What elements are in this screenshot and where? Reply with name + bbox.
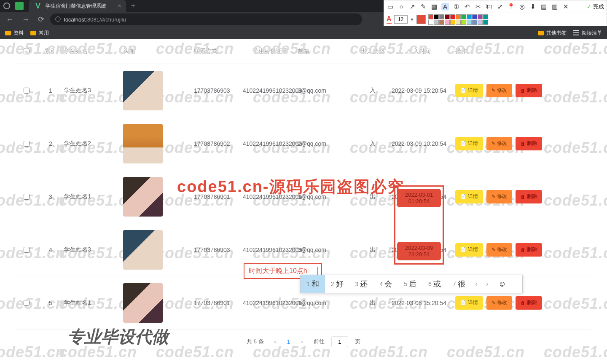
color-swatch[interactable] [445,14,450,19]
ime-candidate[interactable]: 4会 [373,275,398,293]
delete-button[interactable]: 🗑删除 [516,296,542,310]
goto-input[interactable] [331,336,348,347]
doc-icon: 📄 [460,247,466,252]
annotation-highlight-2: 2022-03-09 23:20:54 [397,242,441,260]
select-all-checkbox[interactable] [24,48,30,54]
share-icon[interactable]: ▥ [551,3,559,11]
row-checkbox[interactable] [24,194,30,200]
table-header: 索引 学生姓名 头像 联系方式 学生身份证号 邮箱 出入类型 出入时间 操作 [16,39,591,64]
bookmark-other[interactable]: 其他书签 [538,29,567,37]
color-swatch[interactable] [483,14,488,19]
generic-tab-icon[interactable] [3,3,10,9]
color-swatch[interactable] [434,14,439,19]
bookmark-2[interactable]: 常用 [30,29,49,37]
color-swatch[interactable] [467,14,472,19]
reading-list[interactable]: 阅读清单 [573,29,602,37]
edit-button[interactable]: ✎修改 [486,137,512,150]
rect-tool-icon[interactable]: ▭ [387,3,394,11]
number-tool-icon[interactable]: ① [452,3,460,11]
row-checkbox[interactable] [24,141,30,147]
text-tool-icon[interactable]: A [441,3,449,11]
expand-tool-icon[interactable]: ⤢ [496,3,504,11]
edit-button[interactable]: ✎修改 [486,190,512,203]
edit-button[interactable]: ✎修改 [486,84,512,97]
ime-prev-icon[interactable]: ‹ [471,280,482,288]
dropdown-icon[interactable]: ▼ [410,17,414,22]
ime-candidate[interactable]: 6或 [422,275,447,293]
color-swatch[interactable] [467,20,472,25]
active-tab[interactable]: V 学生宿舍门禁信息管理系统 × [29,0,126,12]
target-tool-icon[interactable]: ◎ [518,3,526,11]
font-indicator[interactable]: A [387,15,392,24]
detail-button[interactable]: 📄详情 [455,190,483,203]
color-swatch[interactable] [478,14,483,19]
color-swatch[interactable] [439,20,444,25]
header-idcard: 学生身份证号 [243,48,298,55]
circle-tool-icon[interactable]: ○ [398,3,405,11]
ime-candidate[interactable]: 2好 [325,275,349,293]
color-swatch[interactable] [450,14,455,19]
copy-tool-icon[interactable]: ⿻ [485,3,493,11]
prev-page-button[interactable]: < [271,337,281,347]
detail-button[interactable]: 📄详情 [455,137,483,150]
back-button[interactable]: ← [3,13,16,26]
color-swatch[interactable] [456,20,461,25]
color-swatch[interactable] [461,14,466,19]
edit-button[interactable]: ✎修改 [486,243,512,257]
ime-candidate[interactable]: 1和 [301,275,325,293]
cell-index: 3 [37,193,64,200]
color-swatch[interactable] [472,20,477,25]
ime-candidate-bar: 1和2好3还4会5后6或7很 ‹ › ☺ [300,275,523,293]
color-swatch[interactable] [428,14,433,19]
crop-tool-icon[interactable]: ✂ [474,3,482,11]
ime-candidate[interactable]: 7很 [447,275,471,293]
row-checkbox[interactable] [24,247,30,253]
color-swatch[interactable] [456,14,461,19]
color-swatch[interactable] [445,20,450,25]
color-swatch[interactable] [450,20,455,25]
color-swatch[interactable] [434,20,439,25]
forward-button[interactable]: → [19,13,32,26]
ime-next-icon[interactable]: › [482,280,492,288]
save-icon[interactable]: ▤ [540,3,548,11]
color-swatch[interactable] [483,20,488,25]
row-checkbox[interactable] [24,300,30,306]
url-input[interactable]: ⓘ localhost :8081 /#/churujilu [50,13,362,25]
delete-button[interactable]: 🗑删除 [516,190,542,203]
trash-icon: 🗑 [521,141,525,146]
app-tab-icon[interactable] [15,2,24,10]
fontsize-input[interactable] [394,15,408,24]
current-page[interactable]: 1 [287,339,290,345]
pen-tool-icon[interactable]: ✎ [419,3,427,11]
color-swatch[interactable] [461,20,466,25]
delete-button[interactable]: 🗑删除 [516,137,542,150]
delete-button[interactable]: 🗑删除 [516,243,542,257]
download-icon[interactable]: ⬇ [529,3,537,11]
close-tab-icon[interactable]: × [118,3,121,9]
color-swatch[interactable] [478,20,483,25]
arrow-tool-icon[interactable]: ↗ [408,3,416,11]
url-port: :8081 [86,16,99,23]
color-swatch[interactable] [428,20,433,25]
detail-button[interactable]: 📄详情 [455,84,483,97]
close-icon[interactable]: ✕ [562,3,569,11]
color-swatch[interactable] [439,14,444,19]
ime-emoji-icon[interactable]: ☺ [492,280,512,289]
delete-button[interactable]: 🗑删除 [516,84,542,97]
pin-tool-icon[interactable]: 📍 [507,3,515,11]
next-page-button[interactable]: > [297,337,307,347]
color-swatch[interactable] [472,14,477,19]
detail-button[interactable]: 📄详情 [455,243,483,257]
row-checkbox[interactable] [24,88,30,94]
mosaic-tool-icon[interactable]: ▦ [430,3,438,11]
undo-icon[interactable]: ↶ [463,3,471,11]
bookmark-1[interactable]: 资料 [5,29,24,37]
new-tab-button[interactable]: + [131,2,135,10]
complete-button[interactable]: ✓ 完成 [587,3,604,11]
current-color[interactable] [416,15,426,24]
reload-button[interactable]: ⟳ [35,13,47,26]
ime-candidate[interactable]: 5后 [398,275,422,293]
edit-button[interactable]: ✎修改 [486,296,512,310]
ime-candidate[interactable]: 3还 [349,275,374,293]
detail-button[interactable]: 📄详情 [455,296,483,310]
